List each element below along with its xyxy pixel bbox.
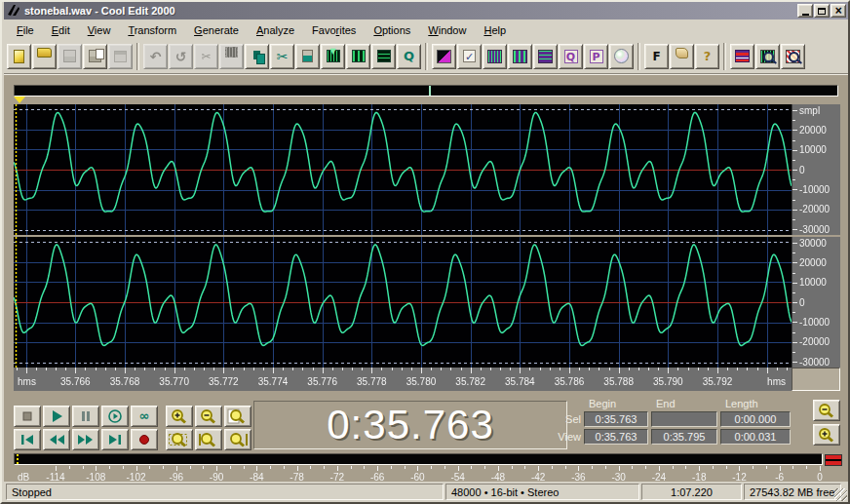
play-list-button[interactable] xyxy=(508,44,532,69)
scripts-button[interactable] xyxy=(670,44,694,69)
zoom-out-vertical-button[interactable] xyxy=(813,400,840,421)
menu-file[interactable]: File xyxy=(8,22,43,38)
status-bar: Stopped 48000 • 16-bit • Stereo 1:07.220… xyxy=(4,482,848,502)
zoom-out-button[interactable] xyxy=(195,406,222,427)
paste-to-new-button[interactable] xyxy=(321,44,345,69)
minimize-button[interactable] xyxy=(797,4,813,18)
menu-view[interactable]: View xyxy=(79,22,120,38)
waveform-right-channel[interactable] xyxy=(14,237,792,368)
cue-list-button[interactable] xyxy=(483,44,507,69)
file-new-button[interactable] xyxy=(7,44,31,69)
find-beats-button[interactable] xyxy=(755,44,780,69)
paste-button[interactable] xyxy=(295,44,320,69)
file-save-button[interactable] xyxy=(58,44,82,69)
view-end-value[interactable]: 0:35.795 xyxy=(651,429,717,445)
view-options-button[interactable]: ✓ xyxy=(457,44,482,69)
svg-text:∞: ∞ xyxy=(139,408,150,423)
menu-transform[interactable]: Transform xyxy=(119,22,185,38)
rewind-icon xyxy=(45,432,68,447)
menu-favorites[interactable]: Favorites xyxy=(303,22,365,38)
title-bar[interactable]: stonebal.wav - Cool Edit 2000 × xyxy=(4,2,848,19)
loop-button[interactable]: ∞ xyxy=(131,406,158,427)
amplitude-ruler-right[interactable] xyxy=(792,237,840,368)
help-button[interactable]: ? xyxy=(695,44,719,69)
menu-window[interactable]: Window xyxy=(419,22,475,38)
show-levels-meter-button[interactable] xyxy=(730,44,754,69)
copy-to-new-button[interactable] xyxy=(346,44,370,69)
overview-bar[interactable] xyxy=(14,85,838,97)
file-save-as-button[interactable] xyxy=(83,44,107,69)
pause-button[interactable] xyxy=(72,406,99,427)
convert-sample-type-button[interactable] xyxy=(371,44,396,69)
meter-cursor xyxy=(17,454,19,464)
zoom-in-vertical-button[interactable] xyxy=(813,424,840,446)
view-row: View 0:35.763 0:35.795 0:00.031 xyxy=(550,429,811,445)
record-icon xyxy=(133,432,156,447)
function-keys-button[interactable]: F xyxy=(644,44,669,69)
cut-button[interactable]: ✂ xyxy=(270,44,294,69)
close-button[interactable]: × xyxy=(831,4,846,18)
time-display: 0:35.763 xyxy=(253,401,567,449)
cue-marker-strip[interactable] xyxy=(14,97,838,104)
meter-clip-indicator[interactable] xyxy=(825,454,842,466)
play-button[interactable] xyxy=(43,406,70,427)
timeline-ruler[interactable] xyxy=(14,368,792,391)
repeat-command-button[interactable]: ↺ xyxy=(169,44,193,69)
zoom-out-icon xyxy=(197,408,220,424)
view-length-value[interactable]: 0:00.031 xyxy=(720,429,791,445)
zoom-to-left-edge-button[interactable] xyxy=(195,429,222,450)
toolbar-group: F? xyxy=(644,44,719,69)
vertical-zoom-controls xyxy=(813,400,840,446)
workspace: ∞ 0:35.763 Begin End Length Sel 0:35.763… xyxy=(4,75,848,482)
play-looped-button[interactable] xyxy=(101,406,129,427)
length-header: Length xyxy=(720,398,791,409)
menu-edit[interactable]: Edit xyxy=(43,22,79,38)
menu-bar: FileEditViewTransformGenerateAnalyzeFavo… xyxy=(4,20,848,39)
maximize-button[interactable] xyxy=(814,4,830,18)
amplitude-ruler-left[interactable] xyxy=(792,104,840,235)
zoom-out-vertical-icon xyxy=(815,403,838,418)
fast-forward-button[interactable] xyxy=(72,429,99,450)
menu-generate[interactable]: Generate xyxy=(185,22,248,38)
zoom-full-button[interactable] xyxy=(224,406,251,427)
db-scale[interactable] xyxy=(14,466,840,482)
sel-end-value[interactable] xyxy=(651,411,717,427)
toolbar-separator xyxy=(136,43,139,70)
trim-selection-button[interactable] xyxy=(219,44,244,69)
cut-disabled-icon: ✂ xyxy=(199,49,214,64)
waveform-left-channel[interactable] xyxy=(14,104,792,235)
menu-help[interactable]: Help xyxy=(475,22,515,38)
stop-button[interactable] xyxy=(14,406,41,427)
resize-grip[interactable] xyxy=(834,488,847,501)
file-open-button[interactable] xyxy=(32,44,57,69)
go-to-beginning-button[interactable] xyxy=(14,429,41,450)
zoom-to-selection-button[interactable] xyxy=(166,429,193,450)
menu-analyze[interactable]: Analyze xyxy=(248,22,303,38)
menu-options[interactable]: Options xyxy=(365,22,419,38)
batch-scripts-button[interactable]: Q xyxy=(397,44,421,69)
file-properties-button[interactable] xyxy=(108,44,133,69)
copy-button[interactable] xyxy=(245,44,269,69)
undo-button[interactable]: ↶ xyxy=(143,44,168,69)
ruler-corner xyxy=(792,368,840,391)
view-begin-value[interactable]: 0:35.763 xyxy=(584,429,648,445)
fast-forward-icon xyxy=(74,432,97,447)
file-properties-icon xyxy=(114,51,127,62)
sel-length-value[interactable]: 0:00.000 xyxy=(720,411,791,427)
sel-begin-value[interactable]: 0:35.763 xyxy=(584,411,648,427)
cut-disabled-button[interactable]: ✂ xyxy=(194,44,218,69)
quick-filter-button[interactable]: Q xyxy=(559,44,583,69)
spectral-view-toggle-button[interactable] xyxy=(432,44,456,69)
file-new-icon xyxy=(14,50,24,63)
zoom-in-button[interactable] xyxy=(166,406,193,427)
preset-manager-button[interactable]: P xyxy=(584,44,608,69)
level-meter[interactable] xyxy=(14,453,823,465)
info-list-button[interactable] xyxy=(533,44,558,69)
zoom-to-right-edge-button[interactable] xyxy=(224,429,251,450)
go-to-end-button[interactable] xyxy=(101,429,129,450)
undo-icon: ↶ xyxy=(148,49,164,64)
rewind-button[interactable] xyxy=(43,429,70,450)
cd-player-button[interactable] xyxy=(609,44,634,69)
frequency-analysis-button[interactable] xyxy=(781,44,805,69)
record-button[interactable] xyxy=(131,429,158,450)
